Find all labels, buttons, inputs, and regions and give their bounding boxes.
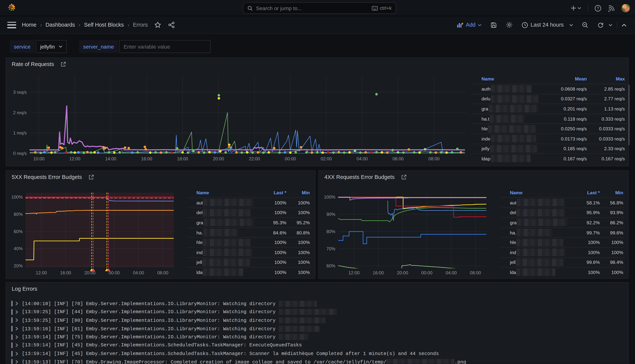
- svg-text:00:00: 00:00: [421, 270, 432, 275]
- series-name[interactable]: jell: [197, 258, 261, 266]
- keyboard-icon: [372, 6, 378, 10]
- external-link-icon[interactable]: [61, 61, 66, 67]
- expand-chevron-icon[interactable]: [16, 360, 18, 364]
- user-avatar[interactable]: [621, 4, 630, 12]
- legend-row: inde0.0173 req/s0.0333 req/s: [472, 134, 626, 144]
- kiosk-mode-button[interactable]: [617, 23, 631, 26]
- variable-select-service[interactable]: jellyfin: [36, 40, 67, 53]
- help-icon[interactable]: ?: [594, 5, 601, 12]
- series-name[interactable]: hle: [510, 239, 574, 246]
- gear-icon: [506, 22, 513, 28]
- svg-text:20:00: 20:00: [213, 156, 224, 161]
- log-row[interactable]: [13:59:16] [INF] [61] Emby.Server.Implem…: [11, 324, 624, 333]
- expand-chevron-icon[interactable]: [16, 343, 18, 348]
- legend-row: gra0.201 req/s1.13 req/s: [472, 104, 626, 114]
- panel-header[interactable]: 4XX Requests Error Budgets: [324, 174, 407, 180]
- breadcrumb-folder[interactable]: Self Host Blocks: [84, 22, 124, 28]
- err5xx-chart-canvas[interactable]: 20%40%60%80%100%12:0016:0020:0000:0004:0…: [10, 185, 188, 279]
- log-row[interactable]: [13:59:13] [INF] [70] Emby.Drawing.Image…: [11, 358, 624, 364]
- series-name[interactable]: ha.t: [481, 115, 543, 123]
- save-dashboard-button[interactable]: [486, 22, 501, 28]
- series-name[interactable]: aut: [510, 199, 574, 206]
- breadcrumb-dashboards[interactable]: Dashboards: [46, 22, 75, 28]
- series-name[interactable]: gra: [481, 105, 543, 113]
- svg-text:16:00: 16:00: [60, 270, 71, 275]
- expand-chevron-icon[interactable]: [16, 310, 18, 314]
- series-name[interactable]: del: [510, 209, 574, 216]
- grafana-logo-icon[interactable]: [7, 3, 17, 13]
- series-name[interactable]: gra: [510, 219, 574, 226]
- menu-toggle-button[interactable]: [7, 22, 16, 28]
- series-name[interactable]: gra: [197, 219, 261, 226]
- log-level-bar: [11, 359, 13, 364]
- log-message: [13:59:14] [INF] [45] Emby.Server.Implem…: [22, 342, 302, 348]
- log-row[interactable]: [13:59:25] [INF] [80] Emby.Server.Implem…: [11, 316, 624, 324]
- log-row[interactable]: [13:59:14] [INF] [45] Emby.Server.Implem…: [11, 350, 624, 358]
- log-row[interactable]: [14:00:10] [INF] [70] Emby.Server.Implem…: [11, 300, 624, 308]
- refresh-icon: [597, 22, 604, 28]
- svg-text:2 req/s: 2 req/s: [13, 110, 27, 115]
- legend-row: ha.99.7%99.6%: [500, 227, 625, 237]
- series-name[interactable]: lda: [197, 268, 261, 276]
- add-button[interactable]: Add: [452, 22, 486, 28]
- series-name[interactable]: aut: [197, 199, 261, 206]
- favorite-star-icon[interactable]: [154, 22, 161, 28]
- series-name[interactable]: jell: [510, 258, 574, 266]
- variable-input-server-name[interactable]: Enter variable value: [119, 40, 211, 53]
- series-name[interactable]: hle: [481, 125, 543, 132]
- series-value-2: 56.8%: [601, 200, 625, 205]
- time-range-picker[interactable]: Last 24 hours: [517, 22, 577, 28]
- expand-chevron-icon[interactable]: [16, 352, 18, 356]
- chevron-up-icon: [622, 23, 626, 26]
- series-name[interactable]: ha.: [197, 229, 261, 236]
- legend-row: hle100%100%: [187, 237, 311, 247]
- series-name[interactable]: hle: [197, 239, 261, 246]
- series-value-1: 0.118 req/s: [543, 116, 588, 121]
- expand-chevron-icon[interactable]: [16, 302, 18, 306]
- external-link-icon[interactable]: [88, 174, 94, 180]
- search-input[interactable]: Search or jump to... ctrl+k: [243, 2, 396, 14]
- clock-icon: [522, 22, 528, 28]
- log-row[interactable]: [13:59:14] [INF] [45] Emby.Server.Implem…: [11, 341, 624, 349]
- legend-col-2: Min: [288, 190, 311, 195]
- news-icon[interactable]: [608, 5, 615, 12]
- log-level-bar: [11, 342, 13, 348]
- log-row[interactable]: [13:59:14] [INF] [75] Emby.Server.Implem…: [11, 333, 624, 341]
- log-row[interactable]: [13:59:25] [INF] [44] Emby.Server.Implem…: [11, 308, 624, 316]
- svg-text:04:00: 04:00: [357, 156, 368, 161]
- legend-header: NameLast *Min: [500, 188, 625, 198]
- series-name[interactable]: jelly: [481, 145, 543, 152]
- series-name[interactable]: ldap: [481, 155, 543, 162]
- panel-header[interactable]: 5XX Requests Error Budgets: [12, 174, 94, 180]
- refresh-button[interactable]: [593, 22, 617, 28]
- svg-text:22:00: 22:00: [249, 156, 260, 161]
- expand-chevron-icon[interactable]: [16, 318, 18, 322]
- series-name[interactable]: delu: [481, 95, 543, 103]
- log-level-bar: [11, 318, 13, 323]
- share-icon[interactable]: [168, 22, 175, 28]
- series-value-1: 0.201 req/s: [543, 106, 588, 112]
- rate-chart-canvas[interactable]: 0 req/s1 req/s2 req/s3 req/s10:0012:0014…: [10, 72, 469, 163]
- series-name[interactable]: auth: [481, 85, 543, 93]
- legend-scrollbar[interactable]: [628, 84, 630, 145]
- series-name[interactable]: ind: [510, 249, 574, 256]
- external-link-icon[interactable]: [401, 174, 407, 180]
- svg-text:16:00: 16:00: [373, 270, 384, 275]
- breadcrumb-home[interactable]: Home: [22, 22, 37, 28]
- series-name[interactable]: del: [197, 209, 261, 216]
- zoom-out-time-button[interactable]: [577, 22, 593, 28]
- log-message: [13:59:25] [INF] [80] Emby.Server.Implem…: [22, 317, 326, 323]
- series-name[interactable]: lda: [510, 268, 574, 276]
- redacted-blur: [516, 249, 565, 256]
- series-name[interactable]: ha.: [510, 229, 574, 236]
- expand-chevron-icon[interactable]: [16, 335, 18, 339]
- series-name[interactable]: inde: [481, 135, 543, 142]
- panel-header[interactable]: Rate of Requests: [12, 61, 66, 67]
- series-name[interactable]: ind: [197, 249, 261, 256]
- panel-header[interactable]: Log Errors: [12, 286, 37, 292]
- err4xx-chart-canvas[interactable]: 60%70%80%90%100%12:0016:0020:0000:0004:0…: [322, 185, 500, 279]
- expand-chevron-icon[interactable]: [16, 327, 18, 331]
- breadcrumb-separator: ›: [40, 22, 42, 28]
- dashboard-settings-button[interactable]: [501, 22, 517, 28]
- new-menu-button[interactable]: [571, 5, 581, 11]
